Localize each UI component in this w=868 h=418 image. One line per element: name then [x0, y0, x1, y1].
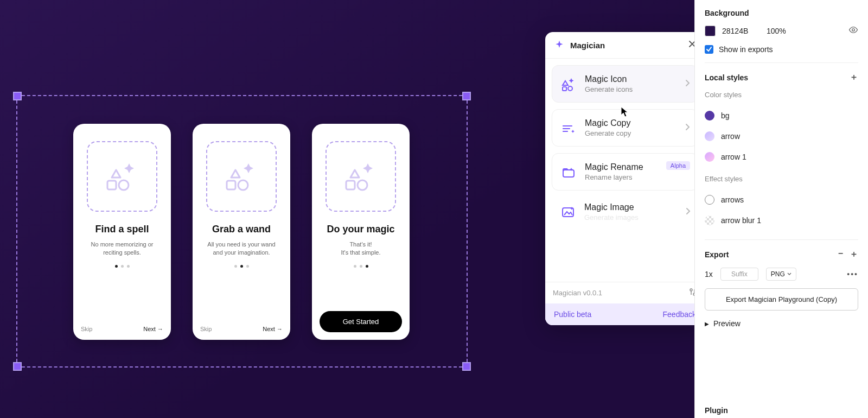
effect-style-arrows[interactable]: arrows: [705, 189, 858, 210]
color-swatch-icon: [705, 111, 714, 121]
feature-title: Magic Icon: [585, 74, 633, 84]
effect-swatch-icon: [705, 195, 714, 205]
chevron-right-icon: [685, 207, 691, 217]
export-format-select[interactable]: PNG: [766, 268, 796, 281]
card-title: Do your magic: [327, 224, 394, 235]
next-link[interactable]: Next →: [263, 326, 283, 332]
local-styles-label: Local styles: [705, 73, 748, 82]
color-style-arrow1[interactable]: arrow 1: [705, 147, 858, 167]
add-export-button[interactable]: ＋: [850, 249, 858, 260]
preview-toggle[interactable]: ▶ Preview: [705, 311, 858, 337]
color-style-arrow[interactable]: arrow: [705, 126, 858, 147]
placeholder-illustration: [206, 141, 277, 212]
add-style-button[interactable]: ＋: [850, 72, 858, 83]
svg-rect-2: [227, 181, 235, 189]
color-swatch-icon: [705, 152, 714, 162]
shapes-icon: [560, 75, 577, 93]
effect-style-arrow-blur[interactable]: arrow blur 1: [705, 210, 858, 231]
card-title: Grab a wand: [212, 224, 271, 235]
export-scale[interactable]: 1x: [705, 270, 713, 278]
card-subtitle: All you need is your wand and your imagi…: [200, 240, 283, 257]
plugin-version: Magician v0.0.1: [553, 289, 602, 297]
plugin-body: Magic Icon Generate icons Magic Copy Gen…: [545, 59, 694, 282]
onboarding-frames: Find a spell No more memorizing or recit…: [73, 124, 410, 340]
feature-magic-icon[interactable]: Magic Icon Generate icons: [552, 65, 694, 103]
color-style-name: bg: [721, 111, 730, 120]
feature-magic-image[interactable]: Magic Image Generate images: [552, 197, 694, 221]
plugin-header[interactable]: Magician: [545, 32, 694, 59]
svg-rect-8: [563, 170, 574, 177]
shapes-sparkle-icon: [103, 160, 141, 193]
shapes-sparkle-icon: [342, 160, 380, 193]
color-style-bg[interactable]: bg: [705, 105, 858, 126]
design-canvas[interactable]: Find a spell No more memorizing or recit…: [0, 0, 694, 418]
feature-title: Magic Copy: [585, 118, 631, 128]
background-label: Background: [705, 9, 858, 17]
skip-link[interactable]: Skip: [200, 326, 212, 332]
bg-hex-value[interactable]: 28124B: [722, 27, 760, 35]
local-styles-section: Local styles ＋ Color styles bg arrow arr…: [705, 63, 858, 240]
page-dots: [234, 265, 249, 268]
feature-subtitle: Generate images: [584, 213, 639, 221]
svg-point-7: [568, 86, 572, 91]
image-icon: [559, 204, 577, 221]
preview-label: Preview: [713, 319, 741, 328]
feature-title: Magic Image: [584, 202, 639, 212]
close-icon: [688, 40, 694, 48]
chevron-right-icon: [685, 123, 690, 133]
selection-handle-bottom-right[interactable]: [462, 362, 471, 371]
alpha-badge: Alpha: [666, 161, 690, 170]
show-in-exports-checkbox[interactable]: [705, 45, 713, 54]
svg-rect-4: [346, 181, 355, 189]
effect-styles-label: Effect styles: [705, 175, 858, 183]
export-button[interactable]: Export Magician Playground (Copy): [705, 288, 858, 311]
next-link[interactable]: Next →: [143, 326, 163, 332]
color-swatch-icon: [705, 131, 714, 141]
onboarding-card-1[interactable]: Find a spell No more memorizing or recit…: [73, 124, 171, 340]
selection-handle-top-right[interactable]: [462, 92, 471, 100]
card-subtitle: That's it! It's that simple.: [337, 240, 384, 257]
export-label: Export: [705, 250, 729, 259]
export-suffix-input[interactable]: Suffix: [720, 268, 758, 281]
remove-export-button[interactable]: −: [838, 249, 843, 260]
lines-icon: [560, 119, 577, 137]
sparkle-icon: [554, 40, 565, 50]
close-button[interactable]: [688, 40, 694, 50]
onboarding-card-2[interactable]: Grab a wand All you need is your wand an…: [193, 124, 290, 340]
svg-point-10: [690, 289, 692, 291]
plugin-window[interactable]: Magician Magic Icon Generate icons: [545, 32, 694, 325]
feature-magic-rename[interactable]: Alpha Magic Rename Rename layers: [552, 153, 694, 191]
feedback-link[interactable]: Feedback: [663, 310, 694, 319]
onboarding-card-3[interactable]: Do your magic That's it! It's that simpl…: [312, 124, 410, 340]
chevron-right-icon: [685, 79, 690, 89]
placeholder-illustration: [87, 141, 157, 212]
show-in-exports-label: Show in exports: [719, 45, 773, 54]
plugin-version-bar: Magician v0.0.1: [545, 282, 694, 303]
inspector-panel[interactable]: Background 28124B 100% Show in exports L…: [694, 0, 868, 418]
visibility-toggle[interactable]: [848, 25, 858, 36]
selection-handle-top-left[interactable]: [13, 92, 22, 100]
settings-icon[interactable]: [688, 288, 694, 298]
background-section: Background 28124B 100% Show in exports: [705, 0, 858, 63]
svg-rect-6: [563, 87, 566, 91]
svg-point-3: [238, 180, 248, 190]
plugin-title: Magician: [570, 41, 683, 50]
skip-link[interactable]: Skip: [81, 326, 92, 332]
feature-subtitle: Rename layers: [585, 173, 643, 181]
bg-color-swatch[interactable]: [705, 26, 716, 36]
shapes-sparkle-icon: [222, 160, 260, 193]
public-beta-label[interactable]: Public beta: [554, 310, 591, 319]
selection-handle-bottom-left[interactable]: [13, 362, 22, 371]
feature-magic-copy[interactable]: Magic Copy Generate copy: [552, 109, 694, 147]
bg-opacity-value[interactable]: 100%: [767, 27, 794, 35]
feature-title: Magic Rename: [585, 162, 643, 172]
color-style-name: arrow: [721, 132, 740, 141]
card-subtitle: No more memorizing or reciting spells.: [81, 240, 163, 257]
export-more-button[interactable]: •••: [847, 270, 858, 278]
get-started-button[interactable]: Get Started: [320, 311, 402, 332]
svg-rect-0: [107, 181, 116, 189]
export-section: Export − ＋ 1x Suffix PNG ••• Export Magi…: [705, 240, 858, 345]
folder-icon: [560, 163, 577, 181]
page-dots: [115, 265, 130, 268]
svg-point-12: [852, 29, 855, 31]
